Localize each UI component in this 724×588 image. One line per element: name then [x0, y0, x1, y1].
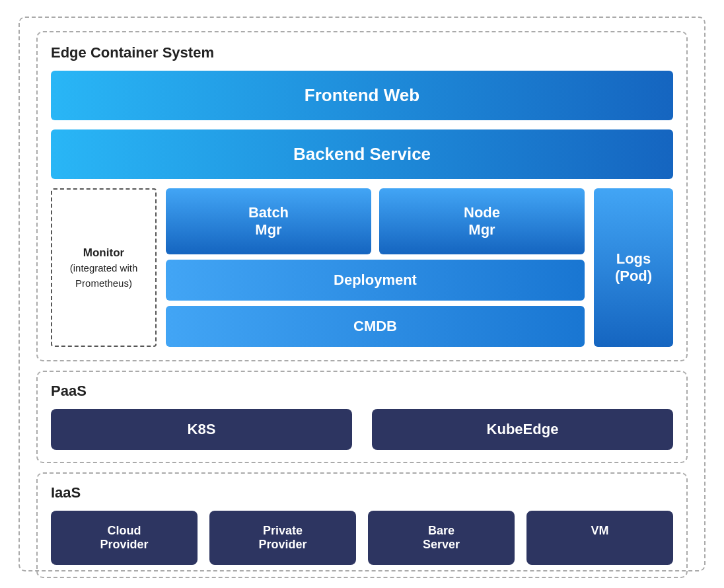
frontend-web-box: Frontend Web — [51, 71, 673, 120]
logs-pod-box: Logs(Pod) — [594, 188, 673, 347]
monitor-title: Monitor — [83, 246, 124, 259]
paas-section: PaaS K8S KubeEdge — [36, 371, 688, 463]
middle-content: BatchMgr NodeMgr Deployment CMDB — [166, 188, 585, 347]
paas-kubeedge-box: KubeEdge — [372, 409, 673, 450]
batch-mgr-box: BatchMgr — [166, 188, 371, 254]
monitor-subtitle: (integrated with Prometheus) — [70, 262, 138, 289]
iaas-bare-server-box: BareServer — [368, 511, 515, 565]
monitor-box: Monitor (integrated with Prometheus) — [51, 188, 157, 347]
cmdb-box: CMDB — [166, 306, 585, 347]
node-mgr-box: NodeMgr — [379, 188, 585, 254]
deployment-box: Deployment — [166, 260, 585, 301]
iaas-cloud-provider-box: CloudProvider — [51, 511, 198, 565]
iaas-label: IaaS — [51, 484, 673, 501]
middle-row: Monitor (integrated with Prometheus) Bat… — [51, 188, 673, 347]
backend-service-box: Backend Service — [51, 129, 673, 179]
ecs-label: Edge Container System — [51, 44, 673, 61]
iaas-section: IaaS CloudProvider PrivateProvider BareS… — [36, 472, 688, 578]
ecs-section: Edge Container System Frontend Web Backe… — [36, 31, 688, 361]
iaas-row: CloudProvider PrivateProvider BareServer… — [51, 511, 673, 565]
iaas-private-provider-box: PrivateProvider — [209, 511, 356, 565]
paas-k8s-box: K8S — [51, 409, 352, 450]
paas-row: K8S KubeEdge — [51, 409, 673, 450]
paas-label: PaaS — [51, 383, 673, 400]
outer-container: Edge Container System Frontend Web Backe… — [18, 17, 706, 571]
iaas-vm-box: VM — [526, 511, 673, 565]
top-row-boxes: BatchMgr NodeMgr — [166, 188, 585, 254]
